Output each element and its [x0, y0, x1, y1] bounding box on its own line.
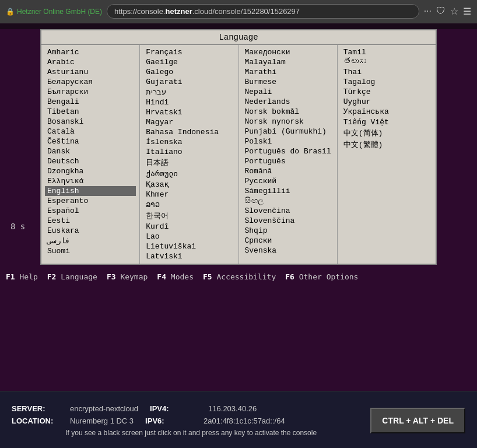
lang-hrvatski[interactable]: Hrvatski	[143, 107, 234, 117]
lang-gaeilge[interactable]: Gaeilge	[143, 57, 234, 67]
server-label: SERVER:	[12, 404, 58, 413]
lang-deutsch[interactable]: Deutsch	[45, 156, 136, 166]
lang-punjabi[interactable]: Punjabi (Gurmukhi)	[243, 127, 334, 136]
lang-burmese[interactable]: Burmese	[243, 77, 334, 87]
lang-sinhala[interactable]: සිංහල	[243, 196, 334, 206]
lang-tibetan[interactable]: Tibetan	[45, 107, 136, 117]
shield-icon[interactable]: 🛡	[436, 6, 446, 17]
lang-hebrew[interactable]: עברית	[143, 87, 234, 97]
lang-ukrainian[interactable]: Українська	[341, 107, 432, 117]
lang-latvian[interactable]: Latviski	[143, 251, 234, 261]
lang-eesti[interactable]: Eesti	[45, 216, 136, 226]
lang-farsi[interactable]: فارسی	[45, 236, 136, 246]
lang-english[interactable]: English	[45, 186, 136, 196]
lang-slovak[interactable]: Slovenčina	[243, 206, 334, 216]
language-columns: Amharic Arabic Asturianu Беларуская Бълг…	[41, 45, 436, 264]
f2-key[interactable]: F2 Language	[47, 272, 97, 281]
lang-norsk-bokmal[interactable]: Norsk bokmål	[243, 107, 334, 117]
lang-bahasa-indonesia[interactable]: Bahasa Indonesia	[143, 127, 234, 137]
lang-malayalam[interactable]: Malayalam	[243, 57, 334, 67]
lang-euskara[interactable]: Euskara	[45, 226, 136, 236]
lang-dansk[interactable]: Dansk	[45, 146, 136, 156]
lang-bulgarian[interactable]: Български	[45, 87, 136, 97]
lang-catala[interactable]: Català	[45, 127, 136, 136]
f4-key[interactable]: F4 Modes	[157, 272, 194, 281]
lang-dutch[interactable]: Nederlands	[243, 97, 334, 107]
lang-lao-script[interactable]: ລາວ	[143, 200, 234, 210]
ipv6-label: IPV6:	[145, 416, 192, 425]
lang-swedish[interactable]: Svenska	[243, 246, 334, 256]
lang-marathi[interactable]: Marathi	[243, 67, 334, 77]
lang-galego[interactable]: Galego	[143, 67, 234, 77]
lang-vietnamese[interactable]: Tiếng Việt	[341, 117, 432, 127]
lang-portuguese-brazil[interactable]: Português do Brasil	[243, 146, 334, 156]
server-value: encrypted-nextcloud	[70, 404, 138, 413]
language-col-3: Македонски Malayalam Marathi Burmese Nep…	[239, 45, 338, 264]
lang-portuguese[interactable]: Português	[243, 156, 334, 166]
lang-francais[interactable]: Français	[143, 47, 234, 57]
ctrl-alt-del-button[interactable]: CTRL + ALT + DEL	[370, 408, 465, 433]
lang-cestina[interactable]: Čeština	[45, 136, 136, 146]
lang-kazakh[interactable]: Қазақ	[143, 179, 234, 190]
lang-suomi[interactable]: Suomi	[45, 246, 136, 256]
lang-albanian[interactable]: Shqip	[243, 226, 334, 236]
browser-lock: 🔒 Hetzner Online GmbH (DE)	[6, 8, 102, 16]
lang-greek[interactable]: Ελληνικά	[45, 176, 136, 186]
lang-chinese-traditional[interactable]: 中文(繁體)	[341, 139, 432, 150]
location-value: Nuremberg 1 DC 3	[70, 416, 134, 425]
lang-korean[interactable]: 한국어	[143, 210, 234, 222]
f6-key[interactable]: F6 Other Options	[285, 272, 358, 281]
server-info: SERVER: encrypted-nextcloud IPV4: 116.20…	[12, 404, 370, 425]
lang-uyghur[interactable]: Uyghur	[341, 97, 432, 107]
lang-polski[interactable]: Polski	[243, 136, 334, 146]
lang-amharic[interactable]: Amharic	[45, 47, 136, 57]
lang-islenska[interactable]: Íslenska	[143, 137, 234, 147]
url-prefix: https://console.	[114, 7, 165, 16]
menu-dots-icon[interactable]: ···	[424, 6, 432, 17]
lang-turkish[interactable]: Türkçe	[341, 87, 432, 97]
lang-georgian[interactable]: ქართული	[143, 169, 234, 179]
bottom-bar: SERVER: encrypted-nextcloud IPV4: 116.20…	[0, 391, 477, 448]
lang-sami[interactable]: Sámegillii	[243, 186, 334, 196]
lang-macedonian[interactable]: Македонски	[243, 47, 334, 57]
browser-url-bar[interactable]: https://console.hetzner.cloud/console/15…	[107, 4, 419, 19]
browser-actions: ··· 🛡 ☆ ☰	[424, 6, 471, 17]
lang-dzongkha[interactable]: Dzongkha	[45, 166, 136, 176]
lang-arabic[interactable]: Arabic	[45, 57, 136, 67]
lang-serbian[interactable]: Српски	[243, 236, 334, 246]
lang-khmer[interactable]: Khmer	[143, 190, 234, 200]
lang-norsk-nynorsk[interactable]: Norsk nynorsk	[243, 117, 334, 127]
lang-kurdi[interactable]: Kurdî	[143, 222, 234, 232]
lang-asturianu[interactable]: Asturianu	[45, 67, 136, 77]
lang-belarusian[interactable]: Беларуская	[45, 77, 136, 87]
lang-thai[interactable]: Thai	[341, 67, 432, 77]
ipv4-value: 116.203.40.26	[208, 404, 257, 413]
url-bold: hetzner	[166, 7, 192, 16]
lang-chinese-simplified[interactable]: 中文(简体)	[341, 127, 432, 139]
browser-menu-icon[interactable]: ☰	[463, 6, 471, 17]
lang-japanese[interactable]: 日本語	[143, 157, 234, 169]
lang-bosanski[interactable]: Bosanski	[45, 117, 136, 127]
lang-hindi[interactable]: Hindi	[143, 97, 234, 107]
bookmark-icon[interactable]: ☆	[450, 6, 458, 17]
lang-italiano[interactable]: Italiano	[143, 147, 234, 157]
lang-lithuanian[interactable]: Lietuviškai	[143, 242, 234, 251]
url-suffix: .cloud/console/152280/1526297	[192, 7, 300, 16]
lang-espanol[interactable]: Español	[45, 206, 136, 216]
lang-tamil[interactable]: Tamil	[341, 47, 432, 57]
lang-tagalog[interactable]: Tagalog	[341, 77, 432, 87]
f1-key[interactable]: F1 Help	[6, 272, 38, 281]
lang-romanian[interactable]: Română	[243, 166, 334, 176]
server-row: SERVER: encrypted-nextcloud IPV4: 116.20…	[12, 404, 370, 413]
f3-key[interactable]: F3 Keymap	[107, 272, 148, 281]
lang-slovenian[interactable]: Slovenščina	[243, 216, 334, 226]
lang-telugu[interactable]: తెలుగు	[341, 57, 432, 67]
lang-bengali[interactable]: Bengali	[45, 97, 136, 107]
lang-nepali[interactable]: Nepali	[243, 87, 334, 97]
lang-gujarati[interactable]: Gujarati	[143, 77, 234, 87]
lang-lao[interactable]: Lao	[143, 232, 234, 242]
f5-key[interactable]: F5 Accessibility	[203, 272, 276, 281]
lang-esperanto[interactable]: Esperanto	[45, 196, 136, 206]
lang-magyar[interactable]: Magyar	[143, 117, 234, 127]
lang-russian[interactable]: Русский	[243, 176, 334, 186]
